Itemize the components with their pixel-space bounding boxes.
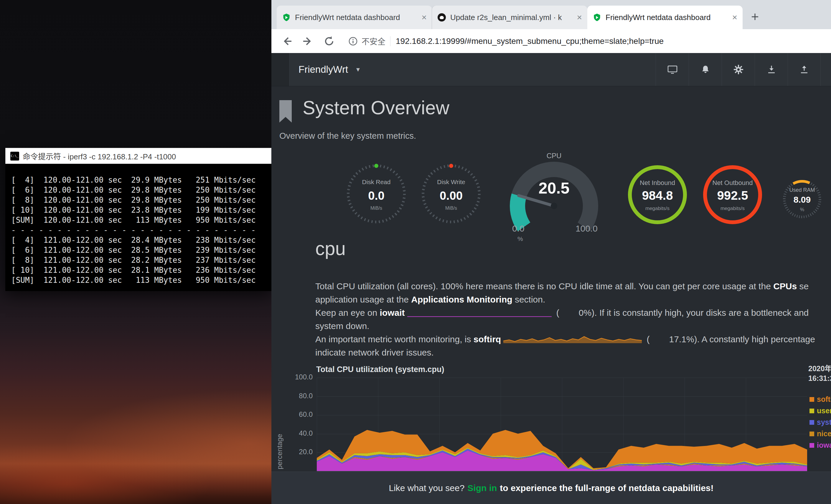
alarms-button[interactable]: [689, 53, 722, 86]
iowait-sparkline[interactable]: [407, 308, 552, 317]
browser-tab[interactable]: FriendlyWrt netdata dashboard×: [277, 6, 432, 29]
legend-item[interactable]: softirq: [809, 395, 831, 404]
close-icon[interactable]: ×: [577, 13, 582, 22]
body-text: Total CPU utilization (all cores). 100% …: [315, 281, 773, 291]
body-text: system down.: [315, 321, 369, 331]
download-icon: [767, 64, 776, 75]
softirq-sparkline[interactable]: [503, 335, 642, 344]
text-line: An important metric worth monitoring, is…: [315, 332, 831, 346]
close-icon[interactable]: ×: [421, 13, 427, 22]
gauge-dial: [510, 162, 598, 250]
legend-swatch: [809, 432, 814, 436]
y-tick-label: 80.0: [284, 392, 313, 400]
new-tab-button[interactable]: [747, 8, 763, 25]
back-icon: [281, 35, 293, 47]
text-line: application usage at the Applications Mo…: [315, 293, 831, 306]
url-text[interactable]: 192.168.2.1:19999/#menu_system_submenu_c…: [396, 36, 664, 46]
gauge-unit: %: [517, 235, 523, 242]
body-text: section.: [512, 295, 545, 304]
import-button[interactable]: [755, 53, 788, 86]
browser-tab[interactable]: Update r2s_lean_minimal.yml · k×: [432, 6, 587, 29]
info-icon[interactable]: [348, 36, 358, 46]
gauge-value: 992.5: [707, 188, 758, 203]
security-label[interactable]: 不安全: [362, 35, 385, 47]
terminal-titlebar[interactable]: C:\_ 命令提示符 - iperf3 -c 192.168.1.2 -P4 -…: [5, 148, 271, 164]
gauge-label: Disk Write: [422, 178, 481, 185]
keyword-text: iowait: [380, 308, 405, 318]
browser-tab[interactable]: FriendlyWrt netdata dashboard×: [587, 6, 743, 29]
gauge-label: Net Inbound: [632, 179, 683, 187]
legend-item[interactable]: iowait: [809, 441, 831, 449]
browser-toolbar: 不安全 192.168.2.1:19999/#menu_system_subme…: [271, 29, 831, 53]
terminal-line: [ 8] 120.00-121.00 sec 29.8 MBytes 250 M…: [11, 195, 265, 205]
forward-icon: [302, 35, 314, 47]
gauge-unit: megabits/s: [707, 206, 758, 211]
bell-icon: [700, 64, 711, 75]
export-button[interactable]: [788, 53, 821, 86]
tabs-container: FriendlyWrt netdata dashboard×Update r2s…: [277, 6, 743, 29]
legend-item[interactable]: user: [809, 407, 831, 415]
gauge-unit: %: [783, 207, 821, 212]
monitor-icon: [667, 64, 678, 75]
omnibox-divider: [390, 36, 391, 46]
legend-label: user: [817, 407, 831, 415]
y-tick-label: 60.0: [284, 410, 313, 419]
terminal-line: [ 6] 121.00-122.00 sec 28.5 MBytes 239 M…: [11, 245, 265, 255]
tab-strip: FriendlyWrt netdata dashboard×Update r2s…: [271, 0, 831, 29]
body-text: Keep an eye on: [315, 308, 380, 318]
text-line: Keep an eye on iowait (0%). If it is con…: [315, 306, 831, 319]
legend-item[interactable]: system: [809, 418, 831, 426]
gauge-dot: [449, 164, 453, 168]
legend-swatch: [809, 397, 814, 402]
disk-write-gauge[interactable]: Disk Write 0.00 MiB/s: [422, 165, 481, 223]
terminal-line: [ 4] 121.00-122.00 sec 28.4 MBytes 238 M…: [11, 235, 265, 245]
net-outbound-gauge[interactable]: Net Outbound 992.5 megabits/s: [703, 165, 762, 224]
y-tick-label: 20.0: [284, 448, 313, 456]
menu-block[interactable]: [271, 53, 290, 86]
plus-icon: [750, 12, 760, 21]
cpu-gauge[interactable]: CPU 20.5 0.0 100.0 %: [510, 152, 598, 252]
tab-title: Update r2s_lean_minimal.yml · k: [450, 13, 574, 22]
keyword-text: softirq: [474, 334, 501, 344]
terminal-line: [ 8] 121.00-122.00 sec 28.2 MBytes 237 M…: [11, 255, 265, 265]
terminal-output[interactable]: [ 4] 120.00-121.00 sec 29.9 MBytes 251 M…: [5, 164, 271, 291]
gauge-unit: MiB/s: [347, 206, 406, 211]
body-text: (: [644, 334, 650, 344]
disk-read-gauge[interactable]: Disk Read 0.0 MiB/s: [347, 165, 406, 223]
legend-label: nice: [817, 429, 831, 438]
github-icon: [437, 13, 446, 22]
signin-link[interactable]: Sign in: [467, 483, 497, 493]
net-inbound-gauge[interactable]: Net Inbound 984.8 megabits/s: [628, 165, 687, 224]
terminal-line: [ 10] 120.00-121.00 sec 23.8 MBytes 199 …: [11, 205, 265, 215]
close-icon[interactable]: ×: [732, 13, 737, 22]
legend-label: system: [817, 418, 831, 426]
body-text: ). A constantly high percentage: [694, 334, 815, 344]
back-button[interactable]: [280, 35, 293, 48]
reload-icon: [323, 35, 335, 47]
gauge-label: Net Outbound: [707, 179, 758, 187]
terminal-window[interactable]: C:\_ 命令提示符 - iperf3 -c 192.168.1.2 -P4 -…: [5, 148, 271, 291]
forward-button[interactable]: [302, 35, 314, 48]
netdata-shield-icon: [593, 13, 601, 22]
legend-item[interactable]: nice: [809, 429, 831, 438]
settings-button[interactable]: [722, 53, 755, 86]
gauge-max: 100.0: [575, 224, 598, 234]
terminal-line: [SUM] 121.00-122.00 sec 113 MBytes 950 M…: [11, 275, 265, 285]
legend-swatch: [809, 420, 814, 425]
gauge-value: 8.09: [783, 195, 821, 205]
reload-button[interactable]: [323, 35, 336, 48]
omnibox[interactable]: 不安全 192.168.2.1:19999/#menu_system_subme…: [348, 35, 831, 47]
used-ram-gauge[interactable]: Used RAM 8.09 %: [783, 180, 821, 218]
page-title: System Overview: [303, 97, 449, 119]
cpu-utilization-chart[interactable]: [317, 378, 807, 471]
chart-legend: softirqusersystemniceiowait: [809, 395, 831, 452]
signin-pre-text: Like what you see?: [389, 483, 465, 493]
upload-icon: [799, 64, 809, 75]
legend-swatch: [809, 443, 814, 448]
gauge-label: Disk Read: [347, 178, 406, 185]
gauge-value: 984.8: [632, 188, 683, 203]
desktop: C:\_ 命令提示符 - iperf3 -c 192.168.1.2 -P4 -…: [0, 0, 831, 504]
host-dropdown[interactable]: FriendlyWrt ▼: [298, 53, 361, 86]
chart-timestamp: 2020年3 16:31:2: [808, 364, 831, 383]
monitor-button[interactable]: [656, 53, 689, 86]
